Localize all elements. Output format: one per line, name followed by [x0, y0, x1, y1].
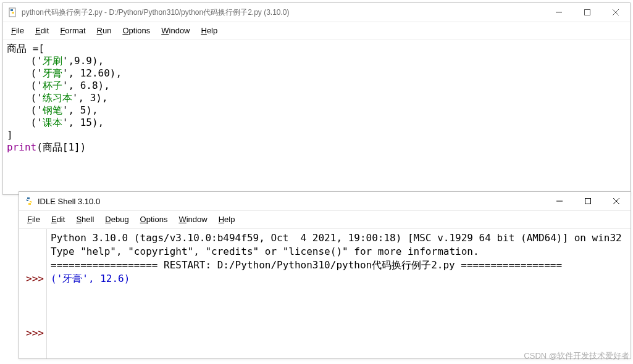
- shell-window: IDLE Shell 3.10.0 File Edit Shell Debug …: [19, 191, 631, 359]
- code-line: ('牙刷',9.9),: [7, 55, 104, 67]
- editor-titlebar[interactable]: python代码换行例子2.py - D:/Python/Python310/p…: [3, 3, 630, 22]
- watermark: CSDN @软件开发技术爱好者: [524, 350, 629, 362]
- restart-line: ================== RESTART: D:/Python/Py…: [51, 259, 562, 271]
- menu-window[interactable]: Window: [173, 213, 212, 225]
- prompt: >>>: [19, 272, 44, 286]
- editor-title: python代码换行例子2.py - D:/Python/Python310/p…: [22, 7, 545, 18]
- prompt: >>>: [19, 326, 44, 340]
- code-line: ('牙膏', 12.60),: [7, 67, 122, 79]
- menu-edit[interactable]: Edit: [46, 213, 70, 225]
- prompt-gutter: >>> >>>: [19, 229, 47, 358]
- svg-rect-8: [585, 199, 591, 204]
- menu-edit[interactable]: Edit: [30, 25, 54, 36]
- menu-file[interactable]: File: [6, 25, 30, 36]
- close-button[interactable]: [602, 192, 631, 210]
- maximize-button[interactable]: [574, 192, 602, 210]
- shell-menubar: File Edit Shell Debug Options Window Hel…: [19, 211, 631, 229]
- menu-shell[interactable]: Shell: [70, 213, 99, 225]
- code-line: print(商品[1]): [7, 141, 86, 153]
- code-line: ]: [7, 129, 13, 141]
- shell-title: IDLE Shell 3.10.0: [38, 197, 545, 206]
- menu-run[interactable]: Run: [91, 25, 117, 36]
- code-line: ('杯子', 6.8),: [7, 80, 110, 91]
- menu-options[interactable]: Options: [135, 213, 174, 225]
- menu-options[interactable]: Options: [117, 25, 156, 36]
- window-controls: [545, 192, 631, 210]
- menu-help[interactable]: Help: [213, 213, 241, 225]
- minimize-button[interactable]: [545, 3, 573, 22]
- code-line: ('练习本', 3),: [7, 92, 108, 104]
- code-line: 商品 =[: [7, 43, 44, 54]
- code-line: ('课本', 15),: [7, 117, 104, 128]
- maximize-button[interactable]: [573, 3, 602, 22]
- minimize-button[interactable]: [545, 192, 574, 210]
- editor-window: python代码换行例子2.py - D:/Python/Python310/p…: [2, 2, 631, 195]
- menu-file[interactable]: File: [22, 213, 46, 225]
- shell-text[interactable]: Python 3.10.0 (tags/v3.10.0:b494f59, Oct…: [47, 229, 631, 358]
- editor-menubar: File Edit Format Run Options Window Help: [3, 22, 630, 40]
- python-file-icon: [8, 7, 18, 17]
- shell-output[interactable]: >>> >>> Python 3.10.0 (tags/v3.10.0:b494…: [19, 229, 631, 358]
- window-controls: [545, 3, 630, 22]
- menu-window[interactable]: Window: [156, 25, 195, 36]
- menu-debug[interactable]: Debug: [99, 213, 134, 225]
- banner-line: Type "help", "copyright", "credits" or "…: [51, 246, 479, 257]
- shell-titlebar[interactable]: IDLE Shell 3.10.0: [19, 192, 631, 211]
- result-line: ('牙膏', 12.6): [51, 273, 130, 284]
- banner-line: Python 3.10.0 (tags/v3.10.0:b494f59, Oct…: [51, 232, 622, 244]
- svg-rect-2: [12, 12, 14, 14]
- menu-help[interactable]: Help: [196, 25, 224, 36]
- close-button[interactable]: [602, 3, 630, 22]
- svg-rect-1: [10, 9, 13, 11]
- code-editor[interactable]: 商品 =[ ('牙刷',9.9), ('牙膏', 12.60), ('杯子', …: [3, 40, 630, 194]
- python-icon: [24, 196, 34, 206]
- svg-rect-4: [585, 10, 590, 15]
- code-line: ('钢笔', 5),: [7, 104, 98, 116]
- menu-format[interactable]: Format: [54, 25, 91, 36]
